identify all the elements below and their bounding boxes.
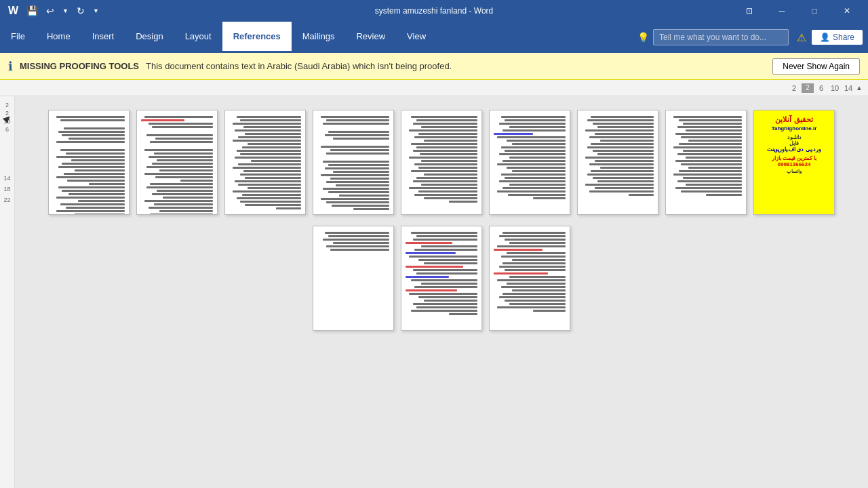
ribbon: File Home Insert Design Layout Reference…	[0, 22, 868, 53]
notification-bar: ℹ MISSING PROOFING TOOLS This document c…	[0, 53, 868, 80]
restore-btn[interactable]: ⊡	[734, 0, 765, 22]
close-btn[interactable]: ✕	[831, 0, 863, 22]
ruler-arrow-up: ▲	[856, 84, 863, 92]
warning-icon[interactable]: ⚠	[797, 31, 806, 44]
notification-message: This document contains text in Arabic (S…	[146, 61, 452, 71]
page-thumb-3[interactable]	[224, 110, 306, 215]
page-thumb-10[interactable]	[313, 226, 394, 331]
word-icon-btn[interactable]: W	[5, 3, 21, 18]
page-row-2	[313, 226, 570, 331]
strip-num-1: 2	[5, 102, 9, 108]
share-icon: 👤	[820, 33, 830, 42]
undo-dropdown-btn[interactable]: ▼	[60, 6, 71, 16]
strip-num-6: 18	[3, 186, 10, 192]
ribbon-right: ⚠ 👤 Share	[797, 22, 868, 53]
tab-mailings[interactable]: Mailings	[292, 22, 346, 53]
page-thumb-9-ad[interactable]: تحقیق آنلاین Tahghighonline.ir دانلـود ف…	[753, 110, 835, 215]
tab-review[interactable]: Review	[345, 22, 396, 53]
page-thumb-4[interactable]	[313, 110, 394, 215]
ruler: 2 2 6 10 14 ▲	[0, 80, 868, 96]
title-bar: W 💾 ↩ ▼ ↻ ▼ system amuzeshi fanland - Wo…	[0, 0, 868, 22]
tab-file[interactable]: File	[0, 22, 36, 53]
minimize-btn[interactable]: ─	[766, 0, 797, 22]
page-thumb-5[interactable]	[401, 110, 482, 215]
tab-home[interactable]: Home	[36, 22, 81, 53]
page-row-1: تحقیق آنلاین Tahghighonline.ir دانلـود ف…	[48, 110, 835, 215]
tab-view[interactable]: View	[396, 22, 437, 53]
page-thumb-12[interactable]	[489, 226, 570, 331]
ruler-num-4: 14	[842, 84, 854, 92]
left-strip: 2 2 10 6 14 18 22	[0, 96, 15, 488]
search-input[interactable]	[653, 29, 789, 45]
main-area: 2 2 10 6 14 18 22	[0, 96, 868, 488]
notification-bold: MISSING PROOFING TOOLS	[20, 61, 139, 71]
tab-layout[interactable]: Layout	[174, 22, 222, 53]
tab-design[interactable]: Design	[125, 22, 174, 53]
share-button[interactable]: 👤 Share	[812, 30, 863, 45]
maximize-btn[interactable]: □	[799, 0, 830, 22]
ribbon-search-area: 💡	[629, 22, 797, 53]
info-icon: ℹ	[8, 59, 13, 74]
window-controls: ⊡ ─ □ ✕	[734, 0, 863, 22]
strip-num-7: 22	[3, 197, 10, 203]
page-thumb-2[interactable]	[136, 110, 218, 215]
save-btn[interactable]: 💾	[24, 4, 41, 18]
customize-btn[interactable]: ▼	[90, 6, 102, 16]
strip-num-4: 6	[5, 126, 9, 133]
page-thumb-8[interactable]	[665, 110, 747, 215]
ruler-numbers: 2 2 6 10 14 ▲	[788, 83, 863, 93]
ruler-num-3: 10	[829, 84, 841, 92]
page-thumb-1[interactable]	[48, 110, 130, 215]
ruler-num-1: 2	[788, 84, 800, 92]
page-thumb-11[interactable]	[401, 226, 482, 331]
title-bar-left: W 💾 ↩ ▼ ↻ ▼	[5, 3, 102, 18]
ruler-num-2: 6	[815, 84, 827, 92]
lightbulb-icon: 💡	[637, 32, 649, 43]
redo-btn[interactable]: ↻	[74, 4, 87, 18]
tab-insert[interactable]: Insert	[81, 22, 125, 53]
never-show-again-button[interactable]: Never Show Again	[772, 58, 860, 75]
undo-btn[interactable]: ↩	[43, 4, 57, 18]
tab-references[interactable]: References	[222, 22, 292, 53]
quick-access: W 💾 ↩ ▼ ↻ ▼	[5, 3, 102, 18]
strip-num-5: 14	[3, 175, 10, 182]
ruler-indicator: 2	[802, 83, 814, 93]
window-title: system amuzeshi fanland - Word	[375, 6, 494, 16]
page-thumb-6[interactable]	[489, 110, 570, 215]
document-area[interactable]: تحقیق آنلاین Tahghighonline.ir دانلـود ف…	[15, 96, 868, 488]
page-thumb-7[interactable]	[577, 110, 658, 215]
